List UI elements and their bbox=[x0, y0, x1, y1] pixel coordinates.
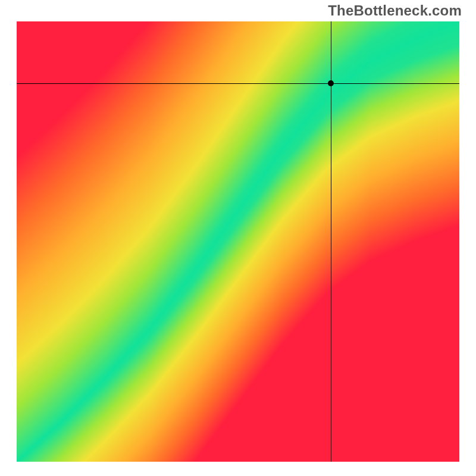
plot-area bbox=[17, 21, 459, 462]
chart-container: TheBottleneck.com bbox=[0, 0, 476, 476]
heatmap-canvas bbox=[17, 21, 459, 462]
attribution-text: TheBottleneck.com bbox=[328, 2, 462, 19]
